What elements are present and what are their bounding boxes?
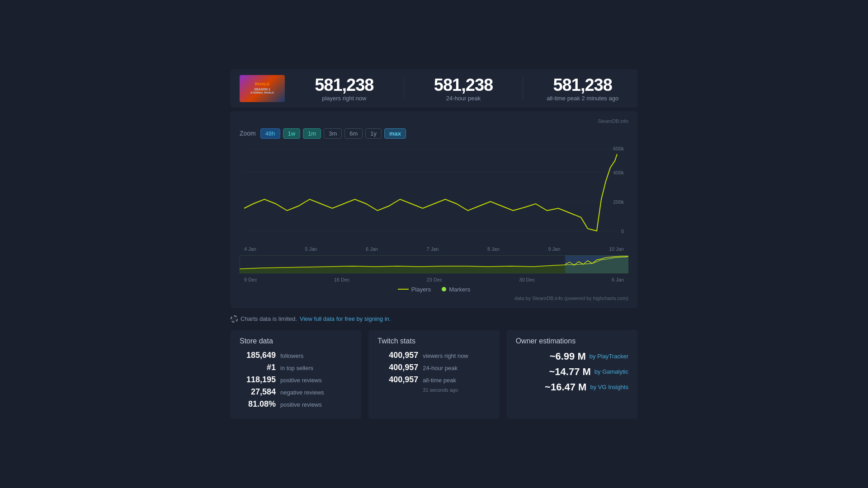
- mini-x-3: 30 Dec: [519, 277, 535, 282]
- mini-chart-area: [240, 255, 628, 273]
- svg-text:400k: 400k: [613, 170, 624, 175]
- svg-text:200k: 200k: [613, 199, 624, 205]
- svg-rect-13: [565, 255, 628, 273]
- owner-est-card: Owner estimations ~6.99 M by PlayTracker…: [507, 330, 637, 419]
- twitch-viewers-now-label: viewers right now: [423, 352, 468, 359]
- mini-x-2: 23 Dec: [426, 277, 442, 282]
- owner-est-vginsights-link[interactable]: by VG Insights: [590, 384, 628, 390]
- header-section: RIVALS SEASON 1 ETERNAL RIVALS 581,238 p…: [231, 70, 637, 108]
- data-notice: ◌ Charts data is limited. View full data…: [231, 315, 637, 323]
- twitch-24h-value: 400,957: [377, 363, 418, 372]
- x-label-5: 9 Jan: [548, 246, 560, 252]
- main-chart-svg: 600k 400k 200k 0 1 1: [240, 145, 628, 244]
- x-label-0: 4 Jan: [244, 246, 256, 252]
- owner-est-vginsights: ~16.47 M by VG Insights: [516, 381, 628, 393]
- mini-x-1: 16 Dec: [334, 277, 350, 282]
- main-container: RIVALS SEASON 1 ETERNAL RIVALS 581,238 p…: [231, 70, 637, 419]
- chart-data-credit: data by SteamDB.info (powered by highcha…: [240, 296, 628, 301]
- owner-est-playtracker-link[interactable]: by PlayTracker: [590, 353, 628, 360]
- followers-label: followers: [280, 352, 352, 359]
- zoom-1m[interactable]: 1m: [303, 128, 321, 139]
- store-stat-followers: 185,649 followers: [240, 351, 352, 360]
- owner-est-gamalytic: ~14.77 M by Gamalytic: [516, 366, 628, 378]
- legend-markers-dot: [442, 287, 446, 291]
- zoom-1w[interactable]: 1w: [283, 128, 301, 139]
- legend-markers-label: Markers: [449, 286, 470, 293]
- store-stat-positive-reviews: 118,195 positive reviews: [240, 375, 352, 385]
- store-data-card: Store data 185,649 followers #1 in top s…: [231, 330, 361, 419]
- steamdb-credit: SteamDB.info: [240, 118, 628, 124]
- legend-markers: Markers: [442, 286, 470, 293]
- store-stat-positive-pct: 81.08% positive reviews: [240, 399, 352, 409]
- twitch-alltime-label: all-time peak: [423, 377, 456, 384]
- twitch-alltime-value: 400,957: [377, 375, 418, 385]
- followers-value: 185,649: [240, 351, 276, 360]
- zoom-1y[interactable]: 1y: [365, 128, 382, 139]
- zoom-max[interactable]: max: [384, 128, 406, 139]
- x-label-4: 8 Jan: [487, 246, 500, 252]
- x-label-6: 10 Jan: [609, 246, 624, 252]
- topseller-label: in top sellers: [280, 365, 352, 371]
- main-chart-area: 600k 400k 200k 0 1 1: [240, 145, 628, 244]
- mini-chart-svg: [240, 255, 628, 273]
- store-stat-topseller: #1 in top sellers: [240, 363, 352, 372]
- current-players-value: 581,238: [315, 75, 373, 95]
- positive-pct-value: 81.08%: [240, 399, 276, 409]
- zoom-48h[interactable]: 48h: [260, 128, 280, 139]
- x-label-3: 7 Jan: [426, 246, 439, 252]
- owner-est-vginsights-value: ~16.47 M: [545, 381, 586, 393]
- current-players-label: players right now: [322, 95, 366, 102]
- legend-players: Players: [398, 286, 431, 293]
- negative-reviews-value: 27,584: [240, 387, 276, 397]
- alltime-peak-label: all-time peak 2 minutes ago: [547, 95, 618, 102]
- twitch-24h-peak: 400,957 24-hour peak: [377, 363, 490, 372]
- mini-x-4: 6 Jan: [612, 277, 624, 282]
- twitch-alltime-peak: 400,957 all-time peak: [377, 375, 490, 385]
- topseller-value: #1: [240, 363, 276, 372]
- stat-group-24h: 581,238 24-hour peak: [418, 75, 509, 102]
- notice-icon: ◌: [231, 315, 238, 323]
- chart-section: SteamDB.info Zoom 48h 1w 1m 3m 6m 1y max…: [231, 111, 637, 308]
- twitch-alltime-sub: 31 seconds ago: [423, 387, 490, 393]
- 24h-peak-label: 24-hour peak: [446, 95, 481, 102]
- chart-x-labels: 4 Jan 5 Jan 6 Jan 7 Jan 8 Jan 9 Jan 10 J…: [240, 246, 628, 252]
- store-data-title: Store data: [240, 337, 352, 345]
- owner-est-gamalytic-link[interactable]: by Gamalytic: [594, 368, 628, 375]
- x-label-1: 5 Jan: [305, 246, 317, 252]
- stat-divider-1: [404, 77, 404, 100]
- twitch-viewers-now-value: 400,957: [377, 351, 418, 360]
- owner-est-playtracker: ~6.99 M by PlayTracker: [516, 351, 628, 362]
- twitch-stats-card: Twitch stats 400,957 viewers right now 4…: [368, 330, 499, 419]
- positive-pct-label: positive reviews: [280, 401, 352, 408]
- svg-text:600k: 600k: [613, 146, 624, 151]
- stat-group-alltime: 581,238 all-time peak 2 minutes ago: [537, 75, 628, 102]
- mini-x-0: 9 Dec: [244, 277, 257, 282]
- stat-divider-2: [523, 77, 523, 100]
- alltime-peak-value: 581,238: [553, 75, 612, 95]
- legend-players-line: [398, 289, 409, 290]
- svg-text:0: 0: [621, 229, 624, 234]
- mini-x-labels: 9 Dec 16 Dec 23 Dec 30 Dec 6 Jan: [240, 277, 628, 282]
- notice-link[interactable]: View full data for free by signing in.: [300, 315, 391, 322]
- owner-est-gamalytic-value: ~14.77 M: [549, 366, 591, 378]
- store-stat-negative-reviews: 27,584 negative reviews: [240, 387, 352, 397]
- zoom-label: Zoom: [240, 130, 256, 137]
- twitch-stats-title: Twitch stats: [377, 337, 490, 345]
- positive-reviews-label: positive reviews: [280, 377, 352, 384]
- twitch-24h-label: 24-hour peak: [423, 365, 458, 371]
- game-thumbnail: RIVALS SEASON 1 ETERNAL RIVALS: [240, 75, 285, 102]
- notice-text: Charts data is limited.: [241, 315, 297, 322]
- 24h-peak-value: 581,238: [434, 75, 493, 95]
- owner-est-playtracker-value: ~6.99 M: [550, 351, 586, 362]
- owner-est-title: Owner estimations: [516, 337, 628, 345]
- zoom-3m[interactable]: 3m: [324, 128, 342, 139]
- zoom-6m[interactable]: 6m: [344, 128, 363, 139]
- zoom-controls: Zoom 48h 1w 1m 3m 6m 1y max: [240, 128, 628, 139]
- bottom-stats: Store data 185,649 followers #1 in top s…: [231, 330, 637, 419]
- x-label-2: 6 Jan: [366, 246, 378, 252]
- chart-legend: Players Markers: [240, 286, 628, 293]
- positive-reviews-value: 118,195: [240, 375, 276, 385]
- legend-players-label: Players: [411, 286, 431, 293]
- twitch-viewers-now: 400,957 viewers right now: [377, 351, 490, 360]
- negative-reviews-label: negative reviews: [280, 389, 352, 396]
